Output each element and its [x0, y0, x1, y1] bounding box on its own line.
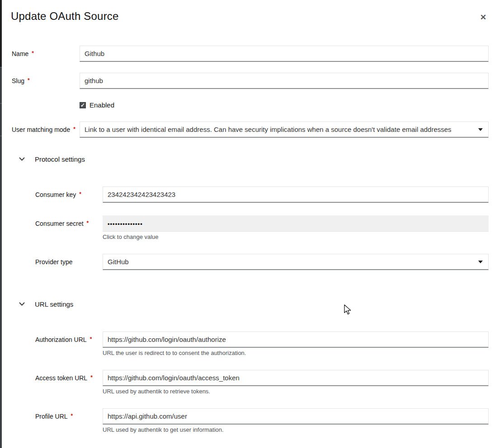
access-token-url-label: Access token URL	[35, 374, 87, 382]
chevron-down-icon	[478, 261, 483, 263]
protocol-settings-toggle[interactable]: Protocol settings	[19, 155, 85, 163]
user-matching-mode-row: User matching mode * Link to a user with…	[0, 121, 499, 138]
chevron-down-icon	[478, 128, 483, 131]
user-matching-mode-select[interactable]: Link to a user with identical email addr…	[80, 121, 489, 138]
profile-url-input[interactable]	[103, 408, 489, 425]
enabled-row: ✓ Enabled	[80, 101, 114, 109]
authorization-url-input[interactable]	[103, 331, 489, 348]
consumer-secret-input[interactable]	[103, 215, 489, 232]
slug-row: Slug *	[0, 73, 499, 89]
provider-type-select[interactable]: GitHub	[103, 254, 489, 270]
url-settings-toggle[interactable]: URL settings	[19, 300, 73, 308]
provider-type-label: Provider type	[35, 258, 72, 266]
consumer-key-row: Consumer key *	[0, 187, 499, 203]
name-input[interactable]	[80, 46, 489, 62]
required-asterisk: *	[79, 191, 81, 197]
page-title: Update OAuth Source	[11, 10, 119, 23]
access-token-url-helper: URL used by authentik to retrieve tokens…	[103, 388, 210, 395]
url-settings-heading: URL settings	[35, 300, 73, 308]
name-label: Name	[12, 50, 28, 57]
consumer-key-label: Consumer key	[35, 191, 76, 198]
user-matching-mode-value: Link to a user with identical email addr…	[85, 126, 452, 133]
required-asterisk: *	[73, 126, 75, 132]
profile-url-helper: URL used by authentik to get user inform…	[103, 426, 224, 433]
provider-type-row: Provider type GitHub	[0, 254, 499, 270]
required-asterisk: *	[90, 374, 93, 381]
slug-label: Slug	[12, 77, 24, 84]
profile-url-label: Profile URL	[35, 413, 68, 420]
chevron-down-icon	[19, 157, 25, 161]
consumer-secret-helper: Click to change value	[103, 233, 159, 240]
slug-input[interactable]	[80, 73, 489, 89]
name-row: Name *	[0, 46, 499, 62]
required-asterisk: *	[28, 77, 30, 84]
authorization-url-row: Authorization URL * URL the user is redi…	[0, 331, 499, 348]
required-asterisk: *	[87, 220, 89, 226]
access-token-url-input[interactable]	[103, 370, 489, 386]
profile-url-row: Profile URL * URL used by authentik to g…	[0, 408, 499, 425]
consumer-secret-label: Consumer secret	[35, 220, 84, 227]
chevron-down-icon	[19, 302, 25, 306]
user-matching-mode-label: User matching mode	[12, 126, 70, 133]
enabled-checkbox[interactable]: ✓	[80, 102, 86, 108]
required-asterisk: *	[32, 50, 34, 56]
required-asterisk: *	[71, 413, 73, 419]
update-oauth-source-modal: Update OAuth Source ✕ Name * Slug * ✓ En…	[0, 0, 499, 448]
protocol-settings-heading: Protocol settings	[35, 155, 85, 163]
authorization-url-helper: URL the user is redirect to to consent t…	[103, 350, 246, 356]
provider-type-value: GitHub	[108, 258, 129, 266]
access-token-url-row: Access token URL * URL used by authentik…	[0, 370, 499, 386]
mouse-cursor-icon	[344, 304, 352, 315]
consumer-secret-row: Consumer secret * Click to change value	[0, 215, 499, 232]
consumer-key-input[interactable]	[103, 187, 489, 203]
required-asterisk: *	[90, 336, 92, 342]
enabled-label: Enabled	[89, 101, 114, 109]
authorization-url-label: Authorization URL	[35, 336, 87, 343]
close-icon[interactable]: ✕	[477, 12, 489, 23]
